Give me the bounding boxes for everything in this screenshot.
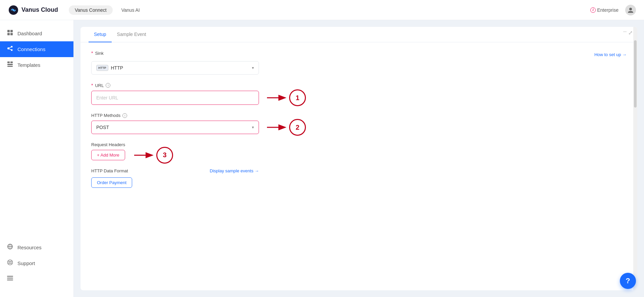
svg-line-10 bbox=[9, 47, 11, 48]
add-more-button[interactable]: + Add More bbox=[91, 150, 125, 160]
annotation-arrow-3 bbox=[134, 151, 154, 160]
url-input[interactable] bbox=[91, 91, 259, 105]
form-content: * Sink How to set up → HTTP HTTP ▾ bbox=[80, 42, 637, 290]
http-data-format-label: HTTP Data Format bbox=[91, 168, 128, 173]
url-info-icon: i bbox=[106, 83, 110, 88]
svg-rect-27 bbox=[7, 280, 13, 281]
panel-tabs: Setup Sample Event bbox=[80, 27, 637, 42]
tab-setup[interactable]: Setup bbox=[89, 27, 112, 42]
support-icon bbox=[7, 259, 13, 267]
http-methods-value: POST bbox=[96, 125, 109, 130]
annotation-circle-1: 1 bbox=[289, 89, 306, 106]
http-methods-info-icon: i bbox=[122, 113, 127, 118]
http-methods-label-text: HTTP Methods bbox=[91, 113, 120, 118]
svg-rect-12 bbox=[7, 61, 10, 63]
url-field-label: * URL i bbox=[91, 83, 627, 88]
http-methods-label: HTTP Methods i bbox=[91, 113, 627, 118]
sidebar-item-label-connections: Connections bbox=[17, 46, 45, 52]
templates-icon bbox=[7, 61, 13, 69]
http-data-format-row: HTTP Data Format Display sample events → bbox=[91, 168, 259, 173]
main-layout: Dashboard Connections bbox=[0, 20, 644, 297]
svg-rect-26 bbox=[7, 278, 13, 279]
sink-label-row: * Sink How to set up → bbox=[91, 50, 627, 58]
chevron-down-icon: ▾ bbox=[252, 66, 254, 70]
sidebar-item-label-templates: Templates bbox=[17, 62, 40, 68]
request-headers-section: Request Headers + Add More bbox=[91, 142, 627, 160]
svg-rect-4 bbox=[10, 30, 13, 32]
how-to-setup-link[interactable]: How to set up → bbox=[594, 52, 627, 57]
svg-rect-3 bbox=[7, 30, 10, 32]
display-sample-events-link[interactable]: Display sample events → bbox=[210, 168, 259, 173]
svg-point-9 bbox=[11, 49, 13, 51]
help-button[interactable]: ? bbox=[620, 273, 636, 289]
request-headers-label: Request Headers bbox=[91, 142, 627, 147]
svg-point-2 bbox=[629, 8, 632, 10]
url-label-text: URL bbox=[95, 83, 104, 88]
resize-handle[interactable]: ⤢ bbox=[628, 30, 633, 36]
logo-area: Vanus Cloud bbox=[8, 5, 58, 15]
enterprise-badge: i Enterprise bbox=[590, 7, 619, 13]
annotation-arrow-2 bbox=[267, 123, 287, 132]
request-headers-label-text: Request Headers bbox=[91, 142, 125, 147]
enterprise-label: Enterprise bbox=[597, 7, 619, 13]
sidebar-item-menu[interactable] bbox=[0, 271, 73, 286]
content-area: ⤢ — Setup Sample Event * Sink How to set… bbox=[74, 20, 644, 297]
annotation-circle-3: 3 bbox=[156, 147, 173, 164]
sink-section: * Sink How to set up → HTTP HTTP ▾ bbox=[91, 50, 627, 75]
sink-select[interactable]: HTTP HTTP ▾ bbox=[91, 61, 259, 75]
sidebar-item-dashboard[interactable]: Dashboard bbox=[0, 26, 73, 41]
sidebar: Dashboard Connections bbox=[0, 20, 74, 297]
menu-icon bbox=[7, 275, 13, 282]
http-icon: HTTP bbox=[96, 65, 108, 71]
tab-vanus-ai[interactable]: Vanus AI bbox=[115, 5, 146, 15]
http-data-format-section: HTTP Data Format Display sample events →… bbox=[91, 168, 627, 188]
http-methods-select[interactable]: POST ▾ bbox=[91, 121, 259, 134]
nav-right: i Enterprise bbox=[590, 5, 636, 15]
sidebar-item-templates[interactable]: Templates bbox=[0, 57, 73, 73]
tab-sample-event[interactable]: Sample Event bbox=[112, 27, 152, 42]
annotation-circle-2: 2 bbox=[289, 119, 306, 136]
user-avatar[interactable] bbox=[625, 5, 636, 15]
method-chevron-icon: ▾ bbox=[252, 125, 254, 130]
order-payment-chip[interactable]: Order Payment bbox=[91, 177, 132, 188]
scrollbar[interactable] bbox=[633, 27, 637, 290]
panel: ⤢ — Setup Sample Event * Sink How to set… bbox=[80, 27, 637, 290]
sidebar-item-label-support: Support bbox=[17, 260, 35, 266]
http-methods-section: HTTP Methods i POST ▾ bbox=[91, 113, 627, 134]
sidebar-item-label-resources: Resources bbox=[17, 245, 42, 250]
svg-rect-25 bbox=[7, 276, 13, 277]
svg-line-11 bbox=[9, 49, 11, 50]
enterprise-icon: i bbox=[590, 7, 596, 13]
url-required: * bbox=[91, 83, 93, 88]
top-nav: Vanus Cloud Vanus Connect Vanus AI i Ent… bbox=[0, 0, 644, 20]
scrollbar-thumb bbox=[634, 40, 637, 108]
sidebar-item-label-dashboard: Dashboard bbox=[17, 31, 42, 36]
sink-required: * bbox=[91, 50, 93, 56]
nav-tabs: Vanus Connect Vanus AI bbox=[69, 5, 146, 15]
sink-field-label: * Sink bbox=[91, 50, 104, 56]
svg-point-20 bbox=[9, 261, 11, 263]
svg-rect-6 bbox=[10, 33, 13, 35]
tab-vanus-connect[interactable]: Vanus Connect bbox=[69, 5, 113, 15]
sidebar-item-connections[interactable]: Connections bbox=[0, 41, 73, 57]
svg-point-8 bbox=[11, 46, 13, 48]
annotation-arrow-1 bbox=[267, 93, 287, 102]
sink-select-inner: HTTP HTTP bbox=[96, 65, 123, 71]
logo-icon bbox=[8, 5, 19, 15]
svg-rect-5 bbox=[7, 33, 10, 35]
svg-point-19 bbox=[8, 260, 13, 265]
dashboard-icon bbox=[7, 30, 13, 37]
sink-value: HTTP bbox=[111, 65, 123, 71]
minimize-handle[interactable]: — bbox=[623, 30, 627, 33]
svg-point-1 bbox=[12, 9, 14, 11]
logo-text: Vanus Cloud bbox=[21, 6, 58, 13]
resources-icon bbox=[7, 244, 13, 251]
sidebar-item-resources[interactable]: Resources bbox=[0, 240, 73, 255]
svg-rect-15 bbox=[7, 66, 13, 67]
svg-point-7 bbox=[7, 47, 9, 49]
sink-label-text: Sink bbox=[95, 51, 103, 56]
connections-icon bbox=[7, 45, 13, 53]
svg-rect-13 bbox=[10, 61, 13, 63]
sidebar-item-support[interactable]: Support bbox=[0, 255, 73, 271]
url-section: * URL i bbox=[91, 83, 627, 105]
